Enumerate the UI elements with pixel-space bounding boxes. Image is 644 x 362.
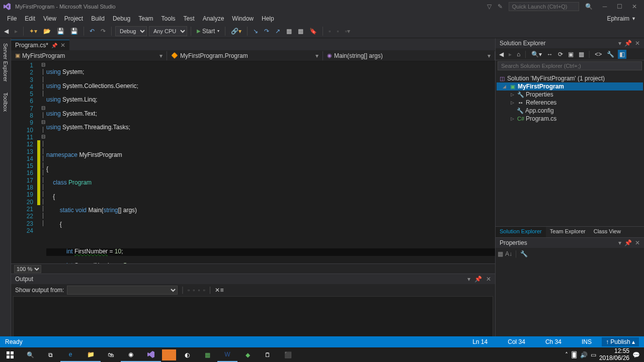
menu-file[interactable]: File: [3, 14, 21, 23]
forward-button[interactable]: ▸: [13, 27, 20, 36]
tab-team-explorer[interactable]: Team Explorer: [546, 227, 590, 237]
minimize-button[interactable]: ─: [599, 3, 611, 10]
sln-close-icon[interactable]: ✕: [635, 40, 640, 47]
menu-tools[interactable]: Tools: [157, 14, 180, 23]
publish-button[interactable]: ↑ Publish ▴: [602, 337, 639, 346]
taskbar-app4[interactable]: ◆: [237, 347, 258, 362]
menu-build[interactable]: Build: [87, 14, 109, 23]
close-button[interactable]: ✕: [628, 3, 641, 10]
output-clear[interactable]: ✕≡: [215, 287, 223, 294]
quick-launch-input[interactable]: [509, 2, 579, 11]
taskbar-app6[interactable]: ⬛: [278, 347, 298, 362]
props-sort-icon[interactable]: A↓: [505, 250, 512, 257]
tray-clock[interactable]: 12:552018/06/26: [599, 348, 629, 361]
nav-method[interactable]: ◉Main(string[] args)▾: [323, 51, 495, 60]
output-dropdown-icon[interactable]: ▾: [467, 276, 470, 283]
config-select[interactable]: Debug: [115, 26, 147, 36]
sln-showall-icon[interactable]: ▦: [577, 50, 586, 59]
sln-home-icon[interactable]: ⌂: [515, 50, 522, 59]
taskbar-edge[interactable]: e: [60, 347, 80, 362]
output-tool-3[interactable]: ▫: [198, 287, 200, 294]
menu-view[interactable]: View: [39, 14, 60, 23]
tool-c[interactable]: ▫▾: [343, 27, 352, 36]
sln-back-icon[interactable]: ◀: [498, 50, 505, 59]
output-tool-1[interactable]: ▫: [188, 287, 190, 294]
tree-project[interactable]: ◢▣MyFirstProgram: [497, 82, 643, 90]
tray-notifications-icon[interactable]: 💬: [632, 351, 640, 358]
tree-references[interactable]: ▷▪▪References: [497, 99, 643, 107]
taskbar-app2[interactable]: ◐: [177, 347, 197, 362]
taskbar-app3[interactable]: ▦: [197, 347, 217, 362]
menu-analyze[interactable]: Analyze: [199, 14, 228, 23]
solution-search-input[interactable]: [498, 61, 642, 70]
server-explorer-tab[interactable]: Server Explorer: [2, 40, 10, 84]
menu-team[interactable]: Team: [134, 14, 157, 23]
sln-fwd-icon[interactable]: ▸: [507, 50, 513, 59]
search-button[interactable]: 🔍: [20, 347, 40, 362]
props-close-icon[interactable]: ✕: [635, 239, 640, 246]
taskbar-app5[interactable]: 🗒: [258, 347, 278, 362]
tray-lang-icon[interactable]: ▭: [591, 351, 596, 358]
taskbar-app1[interactable]: [162, 349, 176, 360]
solution-tree[interactable]: ◫Solution 'MyFirstProgram' (1 project) ◢…: [496, 72, 644, 226]
browser-link-button[interactable]: 🔗▾: [229, 27, 244, 36]
sln-preview-icon[interactable]: ◧: [618, 50, 626, 59]
step-into-button[interactable]: ↘: [251, 27, 260, 36]
output-pin-icon[interactable]: 📌: [474, 276, 482, 283]
sln-props-icon[interactable]: 🔧: [605, 50, 616, 59]
props-dropdown-icon[interactable]: ▾: [618, 239, 621, 246]
tab-sln-explorer[interactable]: Solution Explorer: [496, 227, 546, 237]
tree-programcs[interactable]: ▷C#Program.cs: [497, 115, 643, 123]
sln-sync-icon[interactable]: ↔: [545, 50, 554, 59]
sln-collapse-icon[interactable]: ▣: [567, 50, 575, 59]
pin-icon[interactable]: 📌: [51, 43, 57, 48]
close-tab-icon[interactable]: ✕: [60, 42, 65, 49]
user-menu[interactable]: Ephraim▼: [607, 15, 641, 22]
uncomment-button[interactable]: ▦: [296, 27, 305, 36]
sln-code-icon[interactable]: <>: [593, 50, 603, 59]
menu-window[interactable]: Window: [228, 14, 258, 23]
menu-edit[interactable]: Edit: [21, 14, 39, 23]
menu-test[interactable]: Test: [180, 14, 199, 23]
props-pin-icon[interactable]: 📌: [624, 239, 632, 246]
step-over-button[interactable]: ↷: [262, 27, 271, 36]
output-close-icon[interactable]: ✕: [486, 276, 491, 283]
start-button[interactable]: ▶Start▾: [195, 27, 221, 36]
notification-icon[interactable]: ▽: [487, 3, 492, 10]
taskbar-chrome[interactable]: ◉: [121, 347, 141, 362]
bookmark-button[interactable]: 🔖: [307, 27, 319, 36]
tab-class-view[interactable]: Class View: [590, 227, 625, 237]
tree-appconfig[interactable]: 🔧App.config: [497, 107, 643, 115]
platform-select[interactable]: Any CPU: [149, 26, 187, 36]
save-all-button[interactable]: 💾: [68, 27, 80, 36]
output-tool-4[interactable]: ▫: [203, 287, 205, 294]
tree-solution[interactable]: ◫Solution 'MyFirstProgram' (1 project): [497, 74, 643, 82]
undo-button[interactable]: ↶: [88, 27, 97, 36]
sln-scope-icon[interactable]: 🔍▾: [530, 50, 543, 59]
save-button[interactable]: 💾: [55, 27, 66, 36]
tray-chevron-icon[interactable]: ˄: [565, 351, 568, 358]
tree-properties[interactable]: ▷🔧Properties: [497, 90, 643, 99]
sln-dropdown-icon[interactable]: ▾: [618, 40, 621, 47]
zoom-select[interactable]: 100 %: [14, 265, 41, 273]
sln-pin-icon[interactable]: 📌: [624, 40, 632, 47]
tray-network-icon[interactable]: 🂠: [571, 351, 577, 358]
new-project-button[interactable]: ✦▾: [27, 27, 39, 36]
start-menu-button[interactable]: [0, 347, 20, 362]
output-tool-2[interactable]: ▫: [193, 287, 195, 294]
back-button[interactable]: ◀: [2, 27, 11, 36]
tray-volume-icon[interactable]: 🔊: [580, 351, 588, 358]
toolbox-tab[interactable]: Toolbox: [2, 89, 10, 115]
feedback-icon[interactable]: ✎: [498, 3, 503, 10]
taskbar-store[interactable]: 🛍: [101, 347, 121, 362]
task-view-button[interactable]: ⧉: [40, 347, 60, 362]
code-editor[interactable]: 123456789101112131415161718192021222324 …: [11, 61, 495, 263]
taskbar-word[interactable]: W: [217, 347, 237, 362]
comment-button[interactable]: ▦: [284, 27, 294, 36]
taskbar-vs[interactable]: [141, 347, 161, 362]
system-tray[interactable]: ˄ 🂠 🔊 ▭ 12:552018/06/26 💬: [565, 348, 644, 361]
tab-program-cs[interactable]: Program.cs* 📌 ✕: [11, 40, 69, 50]
output-body[interactable]: [13, 296, 493, 340]
tool-b[interactable]: ▫: [335, 27, 341, 36]
output-source-select[interactable]: [67, 286, 178, 295]
